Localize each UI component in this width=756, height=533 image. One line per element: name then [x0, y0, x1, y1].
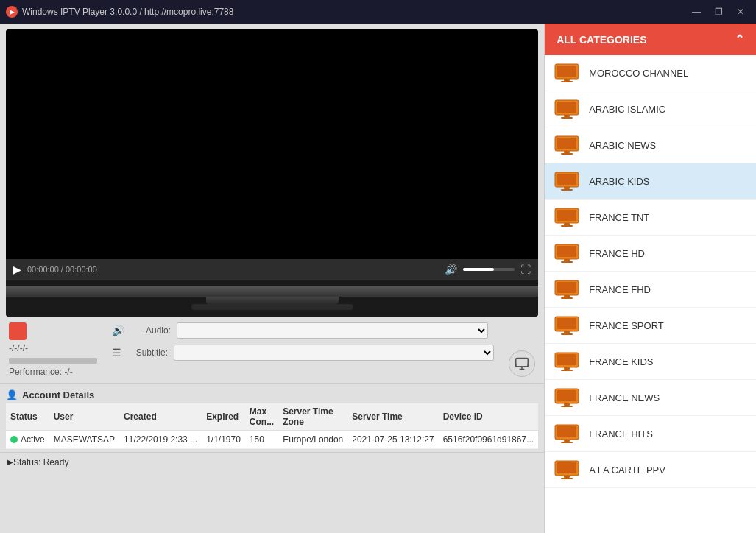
- svg-rect-8: [561, 117, 573, 119]
- svg-rect-3: [564, 79, 570, 81]
- controls-bar: ▶ 00:00:00 / 00:00:00 🔊 ⛶: [6, 259, 538, 280]
- account-person-icon: 👤: [6, 389, 18, 400]
- svg-rect-32: [561, 333, 573, 335]
- table-header-row: Status User Created Expired Max Con... S…: [6, 403, 538, 431]
- svg-rect-39: [564, 403, 570, 406]
- tv-foot: [191, 304, 353, 310]
- audio-select[interactable]: [177, 322, 488, 339]
- svg-rect-12: [561, 153, 573, 155]
- col-expired: Expired: [202, 403, 245, 431]
- svg-rect-47: [564, 476, 570, 478]
- play-button[interactable]: ▶: [13, 264, 21, 275]
- right-panel: ALL CATEGORIES ⌃ MOROCCO CHANNEL ARABIC …: [544, 24, 756, 533]
- collapse-icon[interactable]: ⌃: [735, 32, 744, 46]
- volume-icon: 🔊: [445, 264, 457, 275]
- status-text: Status: Ready: [13, 457, 68, 467]
- svg-rect-28: [561, 297, 573, 299]
- tv-icon: [554, 171, 580, 191]
- channel-name: FRANCE KIDS: [589, 356, 653, 367]
- categories-title: ALL CATEGORIES: [557, 34, 646, 46]
- svg-rect-44: [561, 442, 573, 443]
- svg-rect-22: [557, 246, 576, 257]
- time-display: 00:00:00 / 00:00:00: [27, 265, 97, 274]
- channel-item[interactable]: FRANCE SPORT: [545, 308, 756, 344]
- channel-name: ARABIC ISLAMIC: [589, 104, 665, 115]
- audio-icon: 🔊: [112, 325, 124, 336]
- channel-item[interactable]: FRANCE HITS: [545, 416, 756, 452]
- channel-item[interactable]: FRANCE TNT: [545, 200, 756, 236]
- channel-item[interactable]: FRANCE KIDS: [545, 344, 756, 380]
- tv-icon: [554, 63, 580, 83]
- svg-rect-42: [557, 426, 576, 437]
- channel-item[interactable]: MOROCCO CHANNEL: [545, 55, 756, 91]
- titlebar-title: Windows IPTV Player 3.0.0.0 / http://mco…: [22, 7, 233, 17]
- svg-rect-23: [564, 259, 570, 261]
- channel-item[interactable]: FRANCE FHD: [545, 272, 756, 308]
- tv-stand: [206, 297, 339, 304]
- titlebar-controls: — ❐ ✕: [687, 4, 750, 19]
- tv-icon: [554, 279, 580, 300]
- channel-item[interactable]: FRANCE NEWS: [545, 380, 756, 416]
- channel-name: MOROCCO CHANNEL: [589, 68, 688, 79]
- account-table: Status User Created Expired Max Con... S…: [6, 403, 538, 449]
- app-icon: ▶: [6, 6, 18, 18]
- fullscreen-button[interactable]: ⛶: [520, 264, 531, 275]
- col-timezone: Server Time Zone: [278, 403, 347, 431]
- info-left: -/-/-/- Performance: -/-: [9, 322, 97, 377]
- col-servertime: Server Time: [347, 403, 438, 431]
- cell-expired: 1/1/1970: [202, 431, 245, 449]
- channel-item[interactable]: ARABIC NEWS: [545, 127, 756, 163]
- restore-button[interactable]: ❐: [709, 4, 728, 19]
- svg-rect-0: [516, 359, 529, 367]
- cast-button[interactable]: [509, 350, 535, 377]
- svg-rect-43: [564, 440, 570, 442]
- volume-slider[interactable]: [463, 268, 515, 271]
- channel-name: FRANCE HITS: [589, 428, 653, 440]
- tv-icon: [554, 243, 580, 264]
- channel-name: FRANCE FHD: [589, 284, 651, 295]
- cell-status: Active: [6, 431, 49, 449]
- tv-icon: [554, 423, 580, 444]
- channel-name: FRANCE HD: [589, 248, 645, 259]
- channel-name: FRANCE SPORT: [589, 320, 664, 331]
- svg-rect-16: [561, 189, 573, 191]
- svg-rect-10: [557, 138, 576, 149]
- main-container: ▶ 00:00:00 / 00:00:00 🔊 ⛶ -/-/-/-: [0, 24, 756, 533]
- account-header: 👤 Account Details: [6, 386, 538, 403]
- subtitle-row: ☰ Subtitle:: [112, 345, 494, 361]
- svg-rect-35: [564, 367, 570, 370]
- video-area: ▶ 00:00:00 / 00:00:00 🔊 ⛶: [6, 29, 538, 317]
- svg-rect-26: [557, 282, 576, 293]
- minimize-button[interactable]: —: [687, 4, 706, 19]
- channel-list[interactable]: MOROCCO CHANNEL ARABIC ISLAMIC ARABIC NE…: [545, 55, 756, 533]
- svg-rect-14: [557, 174, 576, 185]
- svg-rect-24: [561, 261, 573, 263]
- svg-rect-36: [561, 370, 573, 371]
- subtitle-select[interactable]: [174, 345, 494, 361]
- performance-text: Performance: -/-: [9, 367, 97, 377]
- titlebar: ▶ Windows IPTV Player 3.0.0.0 / http://m…: [0, 0, 756, 24]
- channel-name: A LA CARTE PPV: [589, 465, 665, 476]
- status-dot: [10, 436, 18, 443]
- channel-item[interactable]: A LA CARTE PPV: [545, 452, 756, 488]
- tv-icon: [554, 207, 580, 227]
- close-button[interactable]: ✕: [731, 4, 750, 19]
- subtitle-icon: ☰: [112, 347, 121, 359]
- col-created: Created: [119, 403, 202, 431]
- volume-fill: [463, 268, 494, 271]
- col-status: Status: [6, 403, 49, 431]
- channel-item[interactable]: ARABIC ISLAMIC: [545, 91, 756, 127]
- categories-header: ALL CATEGORIES ⌃: [545, 24, 756, 55]
- channel-item[interactable]: ARABIC KIDS: [545, 163, 756, 200]
- svg-rect-19: [564, 223, 570, 225]
- tv-icon: [554, 99, 580, 119]
- channel-item[interactable]: FRANCE HD: [545, 236, 756, 272]
- svg-rect-4: [561, 81, 573, 82]
- tv-icon: [554, 135, 580, 155]
- channel-name: ARABIC NEWS: [589, 140, 656, 151]
- tv-icon: [554, 459, 580, 480]
- titlebar-left: ▶ Windows IPTV Player 3.0.0.0 / http://m…: [6, 6, 233, 18]
- audio-label: Audio:: [130, 325, 171, 336]
- tv-bezel: [6, 286, 538, 297]
- svg-rect-6: [557, 102, 576, 113]
